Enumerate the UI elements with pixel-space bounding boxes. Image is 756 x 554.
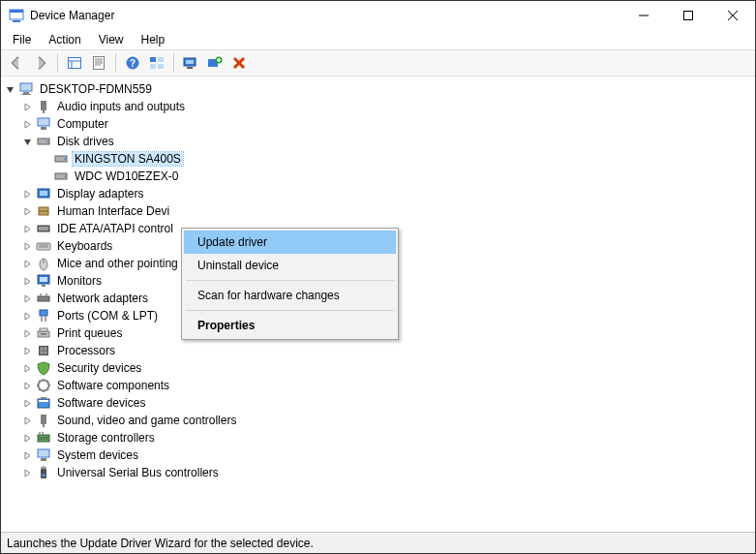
category-icon (36, 378, 51, 393)
close-button[interactable] (711, 1, 755, 30)
window-controls (621, 1, 755, 30)
expander-placeholder (38, 152, 51, 166)
category-icon (36, 430, 51, 446)
menu-help[interactable]: Help (134, 31, 173, 48)
device-item[interactable]: WDC WD10EZEX-0 (38, 168, 753, 185)
category-icon (36, 99, 51, 114)
menu-action[interactable]: Action (41, 31, 88, 48)
context-menu-item-properties[interactable]: Properties (184, 314, 396, 337)
chevron-right-icon[interactable] (20, 448, 34, 462)
tree-root[interactable]: DESKTOP-FDMN559 (3, 80, 753, 98)
chevron-right-icon[interactable] (20, 414, 34, 427)
chevron-right-icon[interactable] (20, 344, 34, 357)
category-security-devices[interactable]: Security devices (20, 359, 753, 377)
category-computer[interactable]: Computer (20, 115, 753, 133)
device-manager-window: Device Manager File Action View Help ? (0, 0, 756, 554)
category-display-adapters[interactable]: Display adapters (20, 185, 753, 202)
category-universal-serial-bus-controllers[interactable]: Universal Serial Bus controllers (20, 464, 753, 481)
chevron-right-icon[interactable] (20, 274, 34, 288)
chevron-right-icon[interactable] (20, 257, 34, 270)
category-system-devices[interactable]: System devices (20, 446, 753, 464)
category-sound-video-and-game-controllers[interactable]: Sound, video and game controllers (20, 412, 753, 429)
category-processors[interactable]: Processors (20, 342, 753, 359)
svg-rect-60 (40, 310, 47, 316)
forward-button[interactable] (29, 51, 52, 75)
views-button[interactable] (145, 51, 168, 75)
chevron-right-icon[interactable] (20, 239, 34, 253)
help-button[interactable]: ? (121, 51, 144, 75)
maximize-button[interactable] (666, 1, 711, 30)
category-icon (36, 413, 51, 428)
tree-label: KINGSTON SA400S (73, 152, 183, 166)
svg-point-70 (41, 352, 43, 354)
tree-label: System devices (55, 448, 140, 462)
svg-rect-81 (42, 432, 44, 435)
device-tree[interactable]: DESKTOP-FDMN559 Audio inputs and outputs… (1, 77, 755, 532)
titlebar-left: Device Manager (9, 8, 114, 23)
tree-label: Storage controllers (55, 431, 157, 445)
show-hidden-devices-button[interactable] (63, 51, 86, 75)
scan-hardware-button[interactable] (179, 51, 202, 75)
tree-label: WDC WD10EZEX-0 (73, 169, 180, 183)
chevron-right-icon[interactable] (20, 117, 34, 131)
svg-rect-32 (21, 94, 31, 95)
tree-label: Network adapters (55, 292, 150, 305)
category-icon (36, 291, 51, 306)
svg-rect-2 (13, 20, 20, 22)
chevron-right-icon[interactable] (20, 466, 34, 479)
minimize-button[interactable] (621, 1, 666, 30)
chevron-right-icon[interactable] (20, 379, 34, 392)
category-storage-controllers[interactable]: Storage controllers (20, 429, 753, 446)
chevron-right-icon[interactable] (20, 309, 34, 323)
toolbar-separator (173, 53, 174, 73)
menu-file[interactable]: File (5, 31, 39, 48)
category-icon (36, 325, 51, 341)
chevron-right-icon[interactable] (20, 431, 34, 445)
category-software-components[interactable]: Software components (20, 377, 753, 394)
chevron-down-icon[interactable] (3, 82, 16, 96)
uninstall-device-button[interactable] (227, 51, 251, 75)
svg-rect-48 (39, 227, 48, 231)
context-menu-item-scan-for-hardware-changes[interactable]: Scan for hardware changes (184, 284, 396, 307)
chevron-right-icon[interactable] (20, 292, 34, 305)
chevron-right-icon[interactable] (20, 204, 34, 218)
category-software-devices[interactable]: Software devices (20, 394, 753, 412)
chevron-right-icon[interactable] (20, 187, 34, 200)
chevron-right-icon[interactable] (20, 326, 34, 340)
properties-toolbar-button[interactable] (87, 51, 110, 75)
svg-point-38 (46, 140, 48, 142)
svg-rect-57 (38, 296, 49, 301)
svg-rect-30 (20, 83, 32, 91)
svg-rect-76 (41, 415, 46, 424)
menu-view[interactable]: View (91, 31, 132, 48)
chevron-right-icon[interactable] (20, 100, 34, 113)
chevron-down-icon[interactable] (20, 135, 34, 148)
tree-label: Software components (55, 379, 171, 392)
chevron-right-icon[interactable] (20, 222, 34, 235)
svg-rect-31 (23, 92, 29, 94)
tree-label: Display adapters (55, 187, 145, 200)
category-disk-drives[interactable]: Disk drives (20, 133, 753, 150)
svg-rect-20 (158, 64, 164, 69)
svg-point-68 (41, 348, 43, 350)
tree-label: Audio inputs and outputs (55, 100, 187, 113)
chevron-right-icon[interactable] (20, 361, 34, 375)
context-menu-separator (186, 310, 394, 311)
tree-label: Sound, video and game controllers (55, 414, 238, 427)
category-human-interface-devi[interactable]: Human Interface Devi (20, 202, 753, 220)
tree-label: Processors (55, 344, 117, 357)
svg-rect-18 (158, 57, 164, 62)
category-audio-inputs-and-outputs[interactable]: Audio inputs and outputs (20, 98, 753, 115)
tree-label: Disk drives (55, 135, 116, 148)
back-button[interactable] (5, 51, 28, 75)
svg-rect-35 (38, 118, 49, 126)
add-legacy-hardware-button[interactable] (203, 51, 227, 75)
svg-rect-19 (150, 64, 156, 69)
svg-rect-33 (41, 101, 46, 110)
device-item[interactable]: KINGSTON SA400S (38, 150, 753, 168)
context-menu-item-uninstall-device[interactable]: Uninstall device (184, 254, 396, 277)
svg-rect-22 (186, 60, 194, 64)
context-menu-item-update-driver[interactable]: Update driver (184, 231, 396, 254)
status-text: Launches the Update Driver Wizard for th… (7, 537, 314, 550)
chevron-right-icon[interactable] (20, 396, 34, 410)
